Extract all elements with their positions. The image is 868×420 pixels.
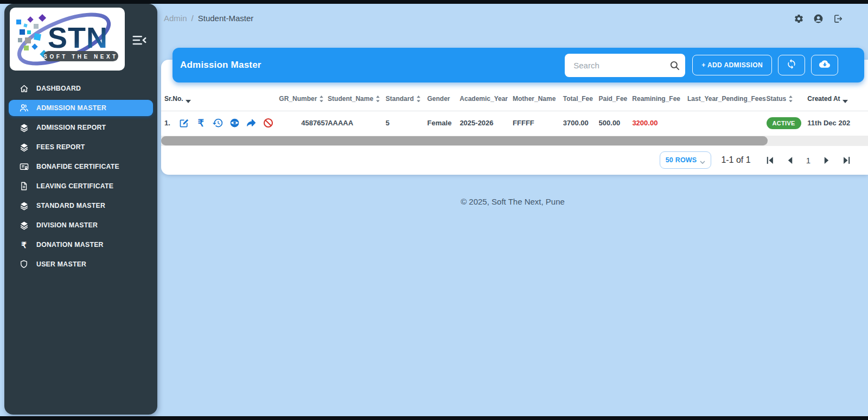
certificate-icon	[18, 161, 29, 172]
caret-down-icon	[843, 97, 848, 100]
sidebar-item-label: LEAVING CERTIFICATE	[36, 182, 113, 190]
layers-icon	[18, 200, 29, 211]
cell-gender: Female	[427, 119, 460, 127]
row-actions: ₹	[178, 117, 274, 129]
cell-student-name: AAAAA	[328, 119, 386, 127]
logo-subtext: SOFT THE NEXT	[43, 54, 118, 60]
app-logo: STN SOFT THE NEXT	[10, 8, 125, 71]
sync-icon	[786, 59, 797, 72]
sidebar-item-standard-master[interactable]: STANDARD MASTER	[9, 198, 153, 214]
cell-status: ACTIVE	[767, 117, 808, 129]
column-header-academic-year: Academic_Year	[459, 95, 513, 103]
layers-icon	[18, 142, 29, 152]
sidebar-item-admission-master[interactable]: ADMISSION MASTER	[9, 100, 153, 116]
search-icon[interactable]	[669, 60, 680, 71]
sort-updown-icon	[416, 96, 421, 103]
last-page-icon[interactable]	[843, 156, 852, 165]
sidebar-item-division-master[interactable]: DIVISION MASTER	[9, 217, 153, 233]
column-header-created-at[interactable]: Created At	[807, 95, 868, 103]
sidebar-item-label: STANDARD MASTER	[36, 202, 105, 209]
column-header-gr-number[interactable]: GR_Number	[279, 95, 328, 103]
sidebar: STN SOFT THE NEXT DASHBOARD ADMISSION MA…	[4, 4, 157, 415]
cloud-download-icon	[819, 59, 830, 72]
first-page-icon[interactable]	[765, 156, 774, 165]
sidebar-item-label: BONAFIDE CERTIFICATE	[36, 163, 119, 170]
sidebar-menu: DASHBOARD ADMISSION MASTER ADMISSION REP…	[4, 80, 157, 276]
search-box	[565, 54, 685, 77]
home-icon	[18, 83, 29, 94]
add-admission-button[interactable]: + ADD ADMISSION	[692, 55, 772, 75]
people-icon	[18, 103, 29, 113]
cell-gr-number: 4587657878	[279, 119, 328, 127]
document-icon	[18, 181, 29, 192]
account-icon[interactable]	[813, 14, 824, 24]
sidebar-item-label: DASHBOARD	[36, 85, 81, 92]
cell-sr-and-actions: 1. ₹	[164, 117, 279, 129]
pagination-bar: 50 ROWS 1-1 of 1 1	[161, 146, 868, 174]
forward-icon[interactable]	[246, 117, 257, 129]
column-header-srno[interactable]: Sr.No.	[164, 95, 279, 103]
cell-created-at: 11th Dec 202	[807, 119, 868, 127]
footer-copyright: © 2025, Soft The Next, Pune	[157, 197, 868, 206]
menu-collapse-icon[interactable]	[131, 32, 148, 48]
edit-icon[interactable]	[178, 117, 190, 129]
rupee-collect-icon[interactable]: ₹	[195, 117, 207, 129]
column-header-gender: Gender	[427, 95, 460, 103]
prev-page-icon[interactable]	[786, 156, 795, 165]
sidebar-item-admission-report[interactable]: ADMISSION REPORT	[9, 119, 153, 136]
horizontal-scrollbar-track[interactable]	[161, 136, 868, 146]
status-badge: ACTIVE	[767, 117, 801, 129]
refresh-button[interactable]	[778, 55, 805, 75]
sidebar-item-dashboard[interactable]: DASHBOARD	[9, 80, 153, 97]
view-icon[interactable]	[229, 117, 240, 129]
topbar-actions	[794, 14, 843, 24]
column-header-mother-name: Mother_Name	[513, 95, 563, 103]
sidebar-item-label: DONATION MASTER	[36, 241, 104, 249]
layers-icon	[18, 122, 29, 133]
sidebar-item-label: ADMISSION MASTER	[36, 104, 106, 112]
sidebar-item-label: DIVISION MASTER	[36, 221, 98, 229]
sort-updown-icon	[788, 96, 793, 103]
table-header-row: Sr.No. GR_Number Student_Name Standard G…	[161, 87, 868, 111]
cell-mother-name: FFFFF	[513, 119, 563, 127]
breadcrumb-separator: /	[192, 14, 194, 23]
column-header-paid-fee: Paid_Fee	[599, 95, 633, 103]
row-sr-number: 1.	[164, 119, 170, 127]
bottom-border-strip	[0, 416, 868, 420]
breadcrumb: Admin / Student-Master	[164, 14, 253, 23]
page-title: Admission Master	[180, 60, 261, 71]
column-header-standard[interactable]: Standard	[386, 95, 427, 103]
breadcrumb-page: Student-Master	[198, 14, 254, 23]
top-border-strip	[0, 0, 868, 4]
column-header-status[interactable]: Status	[767, 95, 808, 103]
cell-total-fee: 3700.00	[563, 119, 599, 127]
breadcrumb-section[interactable]: Admin	[164, 14, 187, 23]
sidebar-item-donation-master[interactable]: ₹ DONATION MASTER	[9, 237, 153, 253]
column-header-remaining-fee: Reamining_Fee	[632, 95, 687, 103]
layers-icon	[18, 220, 29, 231]
cell-standard: 5	[386, 119, 427, 127]
sidebar-item-fees-report[interactable]: FEES REPORT	[9, 139, 153, 155]
logo-text: STN	[48, 21, 108, 54]
table-row: 1. ₹ 4587657878 AAAA	[161, 111, 868, 135]
stn-logo-graphic: STN SOFT THE NEXT	[10, 8, 125, 71]
sort-updown-icon	[319, 96, 324, 103]
search-input[interactable]	[572, 60, 669, 71]
current-page-number[interactable]: 1	[806, 156, 810, 165]
rupee-icon: ₹	[18, 239, 29, 250]
next-page-icon[interactable]	[822, 156, 831, 165]
logout-icon[interactable]	[833, 14, 843, 24]
settings-icon[interactable]	[794, 14, 804, 24]
rows-per-page-selector[interactable]: 50 ROWS	[660, 151, 712, 169]
sidebar-item-bonafide-certificate[interactable]: BONAFIDE CERTIFICATE	[9, 158, 153, 175]
cell-academic-year: 2025-2026	[459, 119, 513, 127]
horizontal-scrollbar-thumb[interactable]	[161, 136, 768, 145]
sidebar-item-user-master[interactable]: USER MASTER	[9, 256, 153, 272]
download-button[interactable]	[811, 55, 838, 75]
column-header-student-name[interactable]: Student_Name	[328, 95, 386, 103]
history-icon[interactable]	[212, 117, 224, 129]
sidebar-item-label: USER MASTER	[36, 260, 86, 268]
sidebar-item-leaving-certificate[interactable]: LEAVING CERTIFICATE	[9, 178, 153, 194]
block-icon[interactable]	[263, 117, 274, 129]
panel-header: Admission Master + ADD ADMISSION	[173, 48, 864, 82]
